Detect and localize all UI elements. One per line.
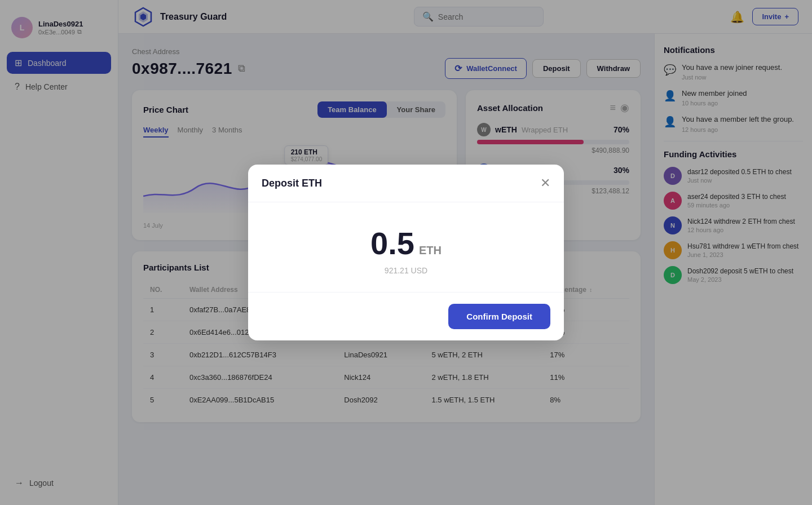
modal-amount: 0.5 <box>370 225 414 262</box>
modal-usd: 921.21 USD <box>385 266 427 275</box>
modal-title: Deposit ETH <box>262 178 322 189</box>
deposit-modal: Deposit ETH ✕ 0.5 ETH 921.21 USD Confirm… <box>248 165 564 340</box>
confirm-deposit-button[interactable]: Confirm Deposit <box>448 304 550 329</box>
modal-close-button[interactable]: ✕ <box>540 176 550 191</box>
modal-overlay[interactable]: Deposit ETH ✕ 0.5 ETH 921.21 USD Confirm… <box>0 0 812 505</box>
modal-amount-row: 0.5 ETH <box>370 225 442 262</box>
modal-currency: ETH <box>419 244 442 257</box>
modal-header: Deposit ETH ✕ <box>248 165 564 202</box>
modal-body: 0.5 ETH 921.21 USD <box>248 202 564 293</box>
modal-footer: Confirm Deposit <box>248 293 564 340</box>
